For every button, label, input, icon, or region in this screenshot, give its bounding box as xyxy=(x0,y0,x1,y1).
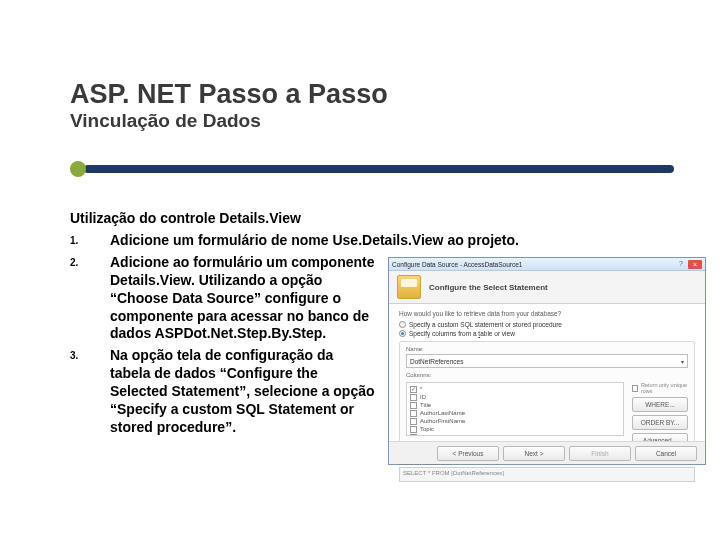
checkbox-icon xyxy=(410,394,417,401)
radio-icon xyxy=(399,330,406,337)
column-item[interactable]: Topic xyxy=(410,425,620,433)
radio-custom-sql[interactable]: Specify a custom SQL statement or stored… xyxy=(399,321,695,328)
help-icon[interactable]: ? xyxy=(679,260,683,267)
list-text: Adicione um formulário de nome Use.Detai… xyxy=(110,232,670,250)
checkbox-icon xyxy=(410,434,417,436)
chevron-down-icon: ▾ xyxy=(681,358,684,365)
title-block: ASP. NET Passo a Passo Vinculação de Dad… xyxy=(70,80,650,132)
slide-title: ASP. NET Passo a Passo xyxy=(70,80,650,108)
accent-dot xyxy=(70,161,86,177)
checkbox-icon xyxy=(410,402,417,409)
wizard-titlebar[interactable]: Configure Data Source - AccessDataSource… xyxy=(389,258,705,271)
slide-subtitle: Vinculação de Dados xyxy=(70,110,650,132)
columns-group: Name: DotNetReferences ▾ Columns: ✓* ID … xyxy=(399,341,695,455)
wizard-question: How would you like to retrieve data from… xyxy=(399,310,695,317)
where-button[interactable]: WHERE... xyxy=(632,397,688,412)
checkbox-icon xyxy=(410,418,417,425)
wizard-header-title: Configure the Select Statement xyxy=(429,283,548,292)
list-text: Adicione ao formulário um componente Det… xyxy=(110,254,375,344)
list-text: Na opção tela de configuração da tabela … xyxy=(110,347,375,437)
list-number: 3. xyxy=(70,347,110,437)
column-item[interactable]: AuthorFirstName xyxy=(410,417,620,425)
list-number: 2. xyxy=(70,254,110,344)
column-item[interactable]: ✓* xyxy=(410,385,620,393)
radio-label: Specify columns from a table or view xyxy=(409,330,515,337)
wizard-header: Configure the Select Statement xyxy=(389,271,705,304)
select-sql-box: SELECT * FROM [DotNetReferences] xyxy=(399,467,695,482)
cancel-button[interactable]: Cancel xyxy=(635,446,697,461)
column-item[interactable]: Publisher xyxy=(410,434,620,436)
name-label: Name: xyxy=(406,346,688,352)
table-combo[interactable]: DotNetReferences ▾ xyxy=(406,354,688,368)
column-item[interactable]: AuthorLastName xyxy=(410,409,620,417)
radio-columns[interactable]: Specify columns from a table or view xyxy=(399,330,695,337)
checkbox-icon xyxy=(410,426,417,433)
next-button[interactable]: Next > xyxy=(503,446,565,461)
list-item: 1. Adicione um formulário de nome Use.De… xyxy=(70,232,670,250)
checkbox-icon: ✓ xyxy=(410,386,417,393)
wizard-footer: < Previous Next > Finish Cancel xyxy=(389,441,705,464)
columns-label: Columns: xyxy=(406,372,688,378)
distinct-option[interactable]: Return only unique rows xyxy=(632,382,688,394)
column-item[interactable]: Title xyxy=(410,401,620,409)
wizard-window-title: Configure Data Source - AccessDataSource… xyxy=(392,261,522,268)
accent-bar xyxy=(84,165,674,173)
column-item[interactable]: ID xyxy=(410,393,620,401)
finish-button[interactable]: Finish xyxy=(569,446,631,461)
accent-rule xyxy=(70,160,674,178)
columns-row: ✓* ID Title AuthorLastName AuthorFirstNa… xyxy=(406,382,688,448)
checkbox-icon xyxy=(410,410,417,417)
side-buttons: Return only unique rows WHERE... ORDER B… xyxy=(632,382,688,448)
radio-label: Specify a custom SQL statement or stored… xyxy=(409,321,562,328)
slide: ASP. NET Passo a Passo Vinculação de Dad… xyxy=(0,0,720,540)
close-icon[interactable]: × xyxy=(688,260,702,269)
previous-button[interactable]: < Previous xyxy=(437,446,499,461)
wizard-dialog: Configure Data Source - AccessDataSource… xyxy=(388,257,706,465)
columns-list[interactable]: ✓* ID Title AuthorLastName AuthorFirstNa… xyxy=(406,382,624,436)
combo-value: DotNetReferences xyxy=(410,358,463,365)
radio-icon xyxy=(399,321,406,328)
list-number: 1. xyxy=(70,232,110,250)
checkbox-icon xyxy=(632,385,638,392)
section-heading: Utilização do controle Details.View xyxy=(70,210,670,228)
database-icon xyxy=(397,275,421,299)
orderby-button[interactable]: ORDER BY... xyxy=(632,415,688,430)
